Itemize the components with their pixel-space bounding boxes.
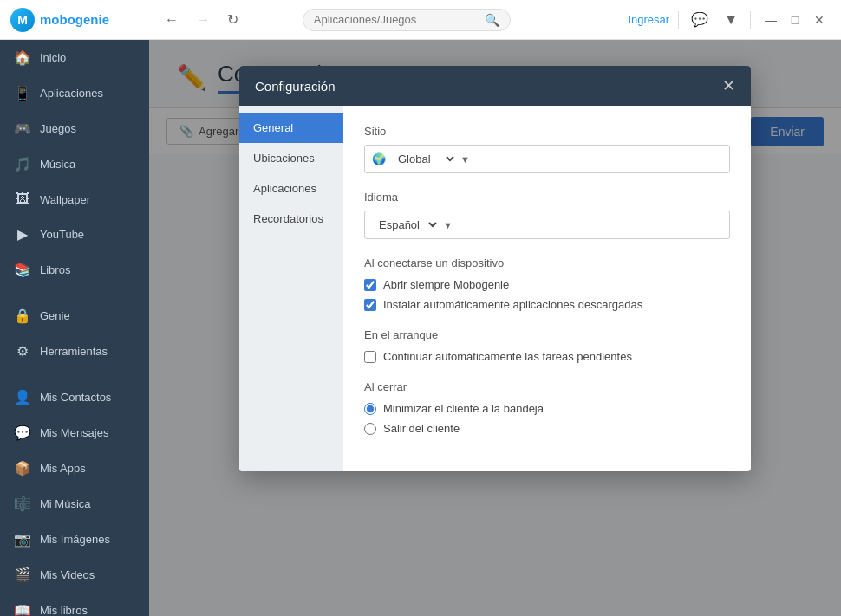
salir-radio[interactable] bbox=[364, 423, 376, 435]
instalar-auto-checkbox[interactable] bbox=[364, 299, 376, 311]
sidebar-item-libros[interactable]: 📚 Libros bbox=[0, 252, 149, 288]
modal-close-button[interactable]: ✕ bbox=[722, 78, 735, 94]
sidebar-item-label: Mis Contactos bbox=[40, 391, 111, 404]
inicio-icon: 🏠 bbox=[14, 49, 31, 66]
mi-musica-icon: 🎼 bbox=[14, 496, 31, 512]
sidebar-item-youtube[interactable]: ▶ YouTube bbox=[0, 217, 149, 252]
modal-content: Sitio 🌍 Global América Europa Asia ▼ bbox=[343, 106, 751, 471]
mis-mensajes-icon: 💬 bbox=[14, 425, 31, 441]
sitio-label: Sitio bbox=[364, 125, 730, 138]
abrir-mobogenie-item: Abrir siempre Mobogenie bbox=[364, 278, 730, 291]
sidebar-item-herramientas[interactable]: ⚙ Herramientas bbox=[0, 334, 149, 369]
settings-modal: Configuración ✕ General Ubicaciones bbox=[239, 66, 751, 471]
continuar-auto-label[interactable]: Continuar automáticamente las tareas pen… bbox=[383, 350, 632, 363]
modal-sidebar: General Ubicaciones Aplicaciones Recorda… bbox=[239, 106, 343, 471]
idioma-label: Idioma bbox=[364, 191, 730, 204]
instalar-auto-label[interactable]: Instalar automáticamente aplicaciones de… bbox=[383, 298, 642, 311]
sidebar-item-juegos[interactable]: 🎮 Juegos bbox=[0, 111, 149, 146]
nav-buttons: ← → ↻ bbox=[160, 8, 244, 31]
modal-sidebar-ubicaciones[interactable]: Ubicaciones bbox=[239, 143, 343, 173]
minimizar-label[interactable]: Minimizar el cliente a la bandeja bbox=[383, 402, 544, 415]
en-arranque-checkboxes: Continuar automáticamente las tareas pen… bbox=[364, 350, 730, 363]
al-cerrar-title: Al cerrar bbox=[364, 380, 730, 393]
content-area: ✏️ Comentarios Configuración ✕ G bbox=[149, 40, 841, 616]
sidebar-item-label: Wallpaper bbox=[40, 193, 90, 206]
sidebar-item-mi-musica[interactable]: 🎼 Mi Música bbox=[0, 486, 149, 522]
sidebar-item-inicio[interactable]: 🏠 Inicio bbox=[0, 40, 149, 75]
en-arranque-title: En el arranque bbox=[364, 328, 730, 341]
sidebar-item-label: Herramientas bbox=[40, 345, 108, 358]
modal-overlay: Configuración ✕ General Ubicaciones bbox=[149, 40, 841, 616]
sidebar-item-mis-videos[interactable]: 🎬 Mis Videos bbox=[0, 557, 149, 593]
sidebar-item-label: Juegos bbox=[40, 122, 76, 135]
continuar-auto-item: Continuar automáticamente las tareas pen… bbox=[364, 350, 730, 363]
close-button[interactable]: ✕ bbox=[808, 9, 831, 31]
sidebar-item-mis-contactos[interactable]: 👤 Mis Contactos bbox=[0, 379, 149, 415]
sitio-select[interactable]: Global América Europa Asia bbox=[391, 146, 457, 172]
search-icon: 🔍 bbox=[485, 13, 499, 27]
sidebar-item-label: Mis Mensajes bbox=[40, 426, 108, 439]
forward-button[interactable]: → bbox=[191, 9, 215, 31]
refresh-button[interactable]: ↻ bbox=[222, 8, 244, 31]
minimize-button[interactable]: — bbox=[760, 9, 782, 31]
sidebar-item-mis-mensajes[interactable]: 💬 Mis Mensajes bbox=[0, 415, 149, 451]
topbar: M mobogenie ← → ↻ 🔍 Ingresar 💬 ▼ — □ ✕ bbox=[0, 0, 841, 40]
modal-sidebar-recordatorios[interactable]: Recordatorios bbox=[239, 204, 343, 234]
aplicaciones-icon: 📱 bbox=[14, 85, 31, 101]
sidebar-item-genie[interactable]: 🔒 Genie bbox=[0, 298, 149, 334]
modal-sidebar-aplicaciones[interactable]: Aplicaciones bbox=[239, 173, 343, 204]
libros-icon: 📚 bbox=[14, 262, 31, 278]
sidebar: 🏠 Inicio 📱 Aplicaciones 🎮 Juegos 🎵 Músic… bbox=[0, 40, 149, 616]
musica-icon: 🎵 bbox=[14, 156, 31, 172]
modal-sidebar-general[interactable]: General bbox=[239, 113, 343, 143]
modal-title: Configuración bbox=[255, 79, 336, 94]
mis-libros-icon: 📖 bbox=[14, 602, 31, 616]
sidebar-item-musica[interactable]: 🎵 Música bbox=[0, 146, 149, 182]
sitio-chevron-icon: ▼ bbox=[460, 154, 470, 165]
search-bar: 🔍 bbox=[303, 9, 511, 31]
modal-header: Configuración ✕ bbox=[239, 66, 751, 106]
sidebar-item-mis-apps[interactable]: 📦 Mis Apps bbox=[0, 451, 149, 486]
al-cerrar-section: Al cerrar Minimizar el cliente a la band… bbox=[364, 380, 730, 435]
topbar-divider2 bbox=[750, 11, 751, 29]
login-button[interactable]: Ingresar bbox=[628, 13, 669, 26]
sidebar-item-label: Mis Videos bbox=[40, 568, 95, 581]
minimizar-item: Minimizar el cliente a la bandeja bbox=[364, 402, 730, 415]
herramientas-icon: ⚙ bbox=[14, 343, 31, 360]
logo-text: mobogenie bbox=[40, 12, 109, 27]
continuar-auto-checkbox[interactable] bbox=[364, 351, 376, 363]
instalar-auto-item: Instalar automáticamente aplicaciones de… bbox=[364, 298, 730, 311]
sidebar-item-label: Genie bbox=[40, 309, 70, 322]
minimizar-radio[interactable] bbox=[364, 403, 376, 415]
abrir-mobogenie-label[interactable]: Abrir siempre Mobogenie bbox=[383, 278, 509, 291]
sidebar-item-label: Mis Apps bbox=[40, 462, 86, 475]
search-input[interactable] bbox=[314, 13, 485, 26]
maximize-button[interactable]: □ bbox=[784, 9, 806, 31]
globe-icon: 🌍 bbox=[372, 152, 386, 165]
back-button[interactable]: ← bbox=[160, 9, 184, 31]
app-logo: M mobogenie bbox=[10, 8, 160, 32]
sidebar-item-label: Mis libros bbox=[40, 604, 88, 616]
chat-icon-button[interactable]: 💬 bbox=[688, 10, 712, 29]
en-arranque-section: En el arranque Continuar automáticamente… bbox=[364, 328, 730, 363]
genie-icon: 🔒 bbox=[14, 308, 31, 324]
mis-contactos-icon: 👤 bbox=[14, 389, 31, 405]
modal-body: General Ubicaciones Aplicaciones Recorda… bbox=[239, 106, 751, 471]
salir-item: Salir del cliente bbox=[364, 422, 730, 435]
wallpaper-icon: 🖼 bbox=[14, 191, 31, 207]
sidebar-item-label: Aplicaciones bbox=[40, 87, 103, 100]
sitio-select-wrap: 🌍 Global América Europa Asia ▼ bbox=[364, 145, 730, 173]
logo-icon: M bbox=[10, 8, 35, 32]
mis-imagenes-icon: 📷 bbox=[14, 531, 31, 548]
idioma-select[interactable]: Español English Français Deutsch 中文 bbox=[372, 211, 440, 238]
sidebar-item-mis-libros[interactable]: 📖 Mis libros bbox=[0, 593, 149, 616]
mis-apps-icon: 📦 bbox=[14, 460, 31, 477]
sidebar-item-label: Inicio bbox=[40, 51, 66, 64]
idioma-section: Idioma Español English Français Deutsch … bbox=[364, 191, 730, 239]
sidebar-item-mis-imagenes[interactable]: 📷 Mis Imágenes bbox=[0, 522, 149, 557]
sidebar-item-wallpaper[interactable]: 🖼 Wallpaper bbox=[0, 182, 149, 217]
dropdown-icon-button[interactable]: ▼ bbox=[720, 10, 741, 29]
sidebar-item-aplicaciones[interactable]: 📱 Aplicaciones bbox=[0, 75, 149, 111]
abrir-mobogenie-checkbox[interactable] bbox=[364, 279, 376, 291]
salir-label[interactable]: Salir del cliente bbox=[383, 422, 460, 435]
